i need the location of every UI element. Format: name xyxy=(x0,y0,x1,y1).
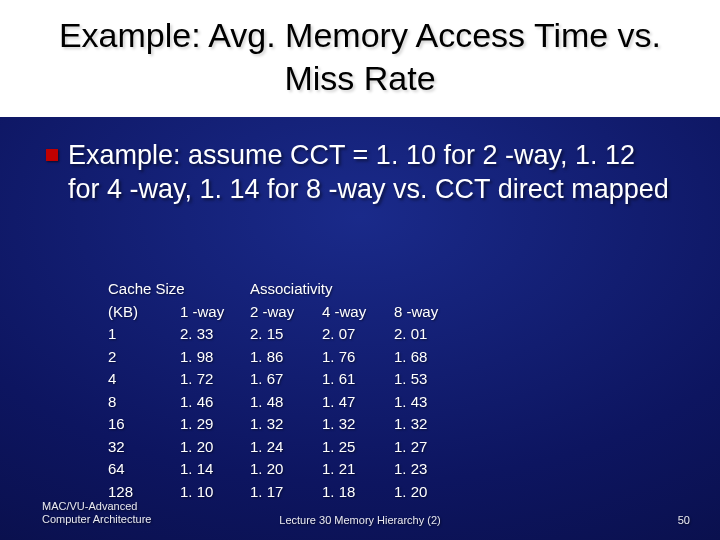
cell: 1. 25 xyxy=(322,436,394,459)
cell: 1. 32 xyxy=(322,413,394,436)
cell: 1. 23 xyxy=(394,458,464,481)
cell: 1. 48 xyxy=(250,391,322,414)
th-2way: 2 -way xyxy=(250,301,322,324)
table-row: 2 1. 98 1. 86 1. 76 1. 68 xyxy=(108,346,464,369)
slide-title: Example: Avg. Memory Access Time vs. Mis… xyxy=(0,0,720,117)
cell: 2. 07 xyxy=(322,323,394,346)
table-header-2: (KB) 1 -way 2 -way 4 -way 8 -way xyxy=(108,301,464,324)
cell: 1. 32 xyxy=(250,413,322,436)
table-row: 8 1. 46 1. 48 1. 47 1. 43 xyxy=(108,391,464,414)
body-text: Example: assume CCT = 1. 10 for 2 -way, … xyxy=(0,117,720,207)
header-associativity: Associativity xyxy=(250,278,464,301)
cell: 1. 18 xyxy=(322,481,394,504)
th-kb: (KB) xyxy=(108,301,180,324)
th-4way: 4 -way xyxy=(322,301,394,324)
cell: 1. 20 xyxy=(394,481,464,504)
th-1way: 1 -way xyxy=(180,301,250,324)
footer-page-number: 50 xyxy=(678,514,690,526)
cell: 1. 20 xyxy=(180,436,250,459)
table-row: 32 1. 20 1. 24 1. 25 1. 27 xyxy=(108,436,464,459)
cell: 1. 17 xyxy=(250,481,322,504)
cell: 16 xyxy=(108,413,180,436)
table-row: 128 1. 10 1. 17 1. 18 1. 20 xyxy=(108,481,464,504)
table-row: 4 1. 72 1. 67 1. 61 1. 53 xyxy=(108,368,464,391)
cell: 1 xyxy=(108,323,180,346)
cell: 1. 68 xyxy=(394,346,464,369)
cell: 1. 76 xyxy=(322,346,394,369)
table-row: 1 2. 33 2. 15 2. 07 2. 01 xyxy=(108,323,464,346)
table-row: 64 1. 14 1. 20 1. 21 1. 23 xyxy=(108,458,464,481)
cell: 1. 53 xyxy=(394,368,464,391)
cell: 1. 24 xyxy=(250,436,322,459)
table-header-1: Cache Size Associativity xyxy=(108,278,464,301)
table-row: 16 1. 29 1. 32 1. 32 1. 32 xyxy=(108,413,464,436)
cell: 1. 29 xyxy=(180,413,250,436)
cell: 1. 20 xyxy=(250,458,322,481)
cell: 1. 86 xyxy=(250,346,322,369)
cell: 1. 47 xyxy=(322,391,394,414)
cell: 1. 67 xyxy=(250,368,322,391)
cell: 2. 33 xyxy=(180,323,250,346)
cell: 1. 98 xyxy=(180,346,250,369)
cell: 32 xyxy=(108,436,180,459)
cell: 1. 10 xyxy=(180,481,250,504)
data-table: Cache Size Associativity (KB) 1 -way 2 -… xyxy=(108,278,464,503)
cell: 1. 21 xyxy=(322,458,394,481)
body-content: Example: assume CCT = 1. 10 for 2 -way, … xyxy=(68,140,669,204)
cell: 1. 46 xyxy=(180,391,250,414)
header-cache-size: Cache Size xyxy=(108,278,250,301)
cell: 1. 61 xyxy=(322,368,394,391)
cell: 1. 32 xyxy=(394,413,464,436)
footer-center: Lecture 30 Memory Hierarchy (2) xyxy=(0,514,720,526)
footer-left-line1: MAC/VU-Advanced xyxy=(42,500,151,513)
cell: 8 xyxy=(108,391,180,414)
cell: 1. 27 xyxy=(394,436,464,459)
cell: 1. 43 xyxy=(394,391,464,414)
cell: 2 xyxy=(108,346,180,369)
cell: 2. 15 xyxy=(250,323,322,346)
cell: 4 xyxy=(108,368,180,391)
cell: 64 xyxy=(108,458,180,481)
cell: 2. 01 xyxy=(394,323,464,346)
cell: 1. 72 xyxy=(180,368,250,391)
bullet-icon xyxy=(46,149,58,161)
th-8way: 8 -way xyxy=(394,301,464,324)
cell: 1. 14 xyxy=(180,458,250,481)
